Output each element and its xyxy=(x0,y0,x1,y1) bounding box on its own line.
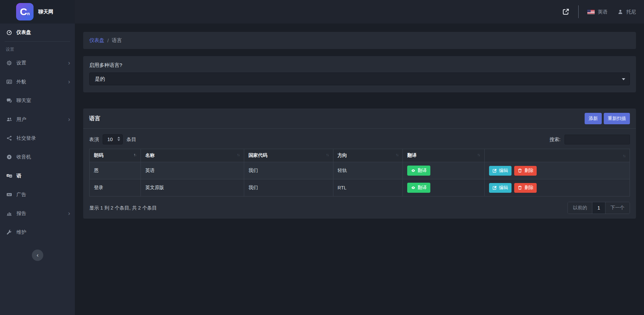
sidebar-item-label: 用户 xyxy=(16,116,68,123)
sidebar-item-label: 语 xyxy=(16,173,70,179)
multilanguage-select[interactable]: 是的 xyxy=(89,73,630,85)
table-footer: 显示 1 到 2 个条目, 共 2 个条目 以前的 1 下一个 xyxy=(89,202,630,214)
sidebar-item-maintenance[interactable]: 维护 xyxy=(0,223,75,241)
pagination-previous[interactable]: 以前的 xyxy=(568,202,592,214)
cell-country-code: 我们 xyxy=(244,162,333,179)
sidebar-collapse-button[interactable]: ‹ xyxy=(32,250,43,261)
sidebar-item-label: 社交登录 xyxy=(16,135,70,141)
sidebar-item-label: 报告 xyxy=(16,210,68,217)
chevron-right-icon: › xyxy=(68,116,70,122)
page-length-value: 10 xyxy=(107,137,113,142)
content: 仪表盘 / 语言 启用多种语言? 是的 语言 添新 重新扫描 表演 xyxy=(75,24,644,315)
sidebar-item-label: 仪表盘 xyxy=(16,29,70,36)
breadcrumb-separator: / xyxy=(107,38,109,43)
user-icon xyxy=(618,9,623,15)
cell-name: 英文原版 xyxy=(141,179,244,196)
chevron-right-icon: › xyxy=(68,210,70,216)
cell-direction: 轻轨 xyxy=(333,162,403,179)
column-header-code[interactable]: 朗码↑↓ xyxy=(90,149,141,162)
translate-button[interactable]: 翻译 xyxy=(407,183,430,193)
edit-button[interactable]: 编辑 xyxy=(489,166,512,176)
sidebar-item-settings[interactable]: 设置 › xyxy=(0,53,75,72)
translate-button[interactable]: 翻译 xyxy=(407,166,430,176)
users-icon xyxy=(6,117,12,122)
page-length-prefix: 表演 xyxy=(89,136,99,143)
sort-icon: ↑↓ xyxy=(477,153,480,157)
brand[interactable]: Cn 聊天网 xyxy=(0,0,75,24)
topbar: 英语 托尼 xyxy=(75,0,644,24)
column-header-country-code[interactable]: 国家代码↑↓ xyxy=(244,149,333,162)
external-link-button[interactable] xyxy=(562,8,570,15)
edit-icon xyxy=(492,168,497,173)
search-input[interactable] xyxy=(565,135,630,144)
user-menu[interactable]: 托尼 xyxy=(618,9,636,15)
language-icon: A xyxy=(6,173,12,179)
rescan-button[interactable]: 重新扫描 xyxy=(604,113,630,124)
pagination-next[interactable]: 下一个 xyxy=(605,202,630,214)
sidebar-item-reports[interactable]: 报告 › xyxy=(0,204,75,223)
sidebar-item-appearance[interactable]: 外貌 › xyxy=(0,72,75,91)
eye-icon xyxy=(411,185,416,190)
cell-translate: 翻译 xyxy=(403,162,484,179)
sidebar-item-ads[interactable]: Ad 广告 xyxy=(0,185,75,204)
gauge-icon xyxy=(6,30,12,35)
stepper-icon xyxy=(117,137,120,141)
language-menu-label: 英语 xyxy=(598,9,607,15)
multilanguage-form-panel: 启用多种语言? 是的 xyxy=(83,56,636,92)
sidebar-item-chatrooms[interactable]: 聊天室 xyxy=(0,91,75,110)
sidebar-item-radio[interactable]: 收音机 xyxy=(0,147,75,166)
panel-title: 语言 xyxy=(89,115,585,122)
app-title: 聊天网 xyxy=(38,9,53,15)
play-circle-icon xyxy=(6,154,12,160)
bar-chart-icon xyxy=(6,211,12,216)
column-header-translate[interactable]: 翻译↑↓ xyxy=(403,149,484,162)
languages-table: 朗码↑↓ 名称↑↓ 国家代码↑↓ 方向↑↓ 翻译↑↓ ↑↓ 恩 英语 我们 xyxy=(89,149,630,196)
sidebar-item-dashboard[interactable]: 仪表盘 xyxy=(0,24,75,41)
column-header-actions[interactable]: ↑↓ xyxy=(484,149,630,162)
languages-panel: 语言 添新 重新扫描 表演 10 条目 搜索: xyxy=(83,108,636,219)
sidebar-item-language[interactable]: A 语 xyxy=(0,166,75,185)
trash-icon xyxy=(518,185,522,190)
delete-button[interactable]: 删除 xyxy=(514,166,537,176)
share-icon xyxy=(6,135,12,141)
sidebar-nav: 仪表盘 设置 设置 › 外貌 › 聊天室 xyxy=(0,24,75,315)
sort-icon: ↑↓ xyxy=(396,153,398,157)
edit-button[interactable]: 编辑 xyxy=(489,183,512,193)
sort-icon: ↑↓ xyxy=(623,154,626,158)
delete-button[interactable]: 删除 xyxy=(514,183,537,193)
logo-letter-sub: n xyxy=(27,11,30,16)
logo-letter: C xyxy=(20,7,27,17)
search-label: 搜索: xyxy=(549,136,560,143)
us-flag-icon xyxy=(587,10,595,14)
chevron-right-icon: › xyxy=(68,60,70,66)
sidebar-item-users[interactable]: 用户 › xyxy=(0,110,75,129)
breadcrumb-current: 语言 xyxy=(112,37,122,44)
cell-actions: 编辑 删除 xyxy=(484,162,630,179)
sidebar-item-label: 设置 xyxy=(16,60,68,66)
pagination-page-1[interactable]: 1 xyxy=(592,202,605,214)
cell-name: 英语 xyxy=(141,162,244,179)
sidebar-item-social-login[interactable]: 社交登录 xyxy=(0,129,75,147)
column-header-name[interactable]: 名称↑↓ xyxy=(141,149,244,162)
breadcrumb-home-link[interactable]: 仪表盘 xyxy=(89,37,104,44)
topbar-divider xyxy=(578,5,579,18)
languages-panel-body: 表演 10 条目 搜索: xyxy=(83,129,636,219)
column-header-direction[interactable]: 方向↑↓ xyxy=(333,149,403,162)
sort-icon: ↑↓ xyxy=(237,153,239,157)
cell-translate: 翻译 xyxy=(403,179,484,196)
cell-code: 恩 xyxy=(90,162,141,179)
page-length-select[interactable]: 10 xyxy=(103,134,123,144)
add-new-button[interactable]: 添新 xyxy=(585,113,602,124)
app-logo: Cn xyxy=(16,3,34,20)
language-menu[interactable]: 英语 xyxy=(587,9,607,15)
sidebar-item-label: 广告 xyxy=(16,191,70,198)
user-menu-label: 托尼 xyxy=(626,9,636,15)
wrench-icon xyxy=(6,229,12,235)
cell-country-code: 我们 xyxy=(244,179,333,196)
pagination: 以前的 1 下一个 xyxy=(568,202,630,214)
breadcrumb: 仪表盘 / 语言 xyxy=(83,32,636,49)
svg-text:Ad: Ad xyxy=(8,193,11,195)
sidebar-item-label: 收音机 xyxy=(16,154,70,160)
sidebar-item-label: 维护 xyxy=(16,229,70,235)
search-control: 搜索: xyxy=(549,135,630,144)
